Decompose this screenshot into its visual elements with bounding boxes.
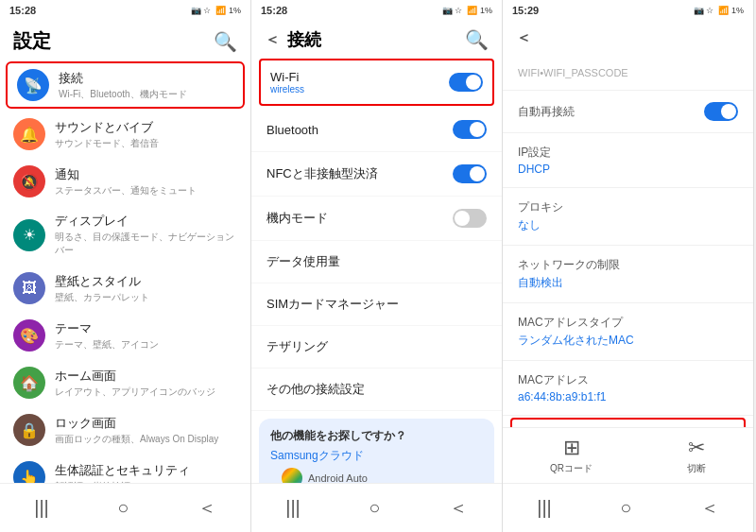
toggle-airplane[interactable] xyxy=(453,209,487,228)
nav-menu-3[interactable]: ||| xyxy=(522,493,567,523)
connections-back-btn[interactable]: ＜ xyxy=(265,30,280,50)
settings-item-homescreen[interactable]: 🏠ホーム画面レイアウト、アプリアイコンのバッジ xyxy=(0,359,250,406)
settings-title-lockscreen: ロック画面 xyxy=(55,415,218,432)
settings-sub-notifications: ステータスバー、通知をミュート xyxy=(55,184,197,197)
detail-item-netlimit[interactable]: ネットワークの制限自動検出 xyxy=(503,246,753,303)
nav-bar-1: ||| ○ ＜ xyxy=(0,483,250,532)
settings-title-notifications: 通知 xyxy=(55,166,197,183)
settings-sub-wallpaper: 壁紙、カラーパレット xyxy=(55,291,149,304)
settings-sub-display: 明るさ、目の保護モード、ナビゲーションバー xyxy=(55,231,237,257)
nav-menu-1[interactable]: ||| xyxy=(19,493,64,523)
nav-back-2[interactable]: ＜ xyxy=(434,491,483,524)
settings-sub-themes: テーマ、壁紙、アイコン xyxy=(55,338,159,352)
settings-header: 設定 🔍 xyxy=(0,21,250,60)
settings-sub-connections: Wi-Fi、Bluetooth、機内モード xyxy=(59,88,187,101)
settings-title-themes: テーマ xyxy=(55,320,159,337)
settings-item-display[interactable]: ☀ディスプレイ明るさ、目の保護モード、ナビゲーションバー xyxy=(0,205,250,265)
detail-label-netlimit: ネットワークの制限 xyxy=(518,257,738,273)
detail-label-mactype: MACアドレスタイプ xyxy=(518,315,738,331)
android-auto: Android Auto xyxy=(270,464,483,483)
android-auto-label: Android Auto xyxy=(308,472,368,483)
detail-item-mactype[interactable]: MACアドレスタイプランダム化されたMAC xyxy=(503,303,753,361)
settings-menu-list: 📡接続Wi-Fi、Bluetooth、機内モード🔔サウンドとバイブサウンドモード… xyxy=(0,60,250,483)
nav-menu-2[interactable]: ||| xyxy=(270,493,316,523)
conn-item-sim[interactable]: SIMカードマネージャー xyxy=(251,283,502,326)
detail-value-proxy: なし xyxy=(518,217,738,233)
settings-item-sound[interactable]: 🔔サウンドとバイブサウンドモード、着信音 xyxy=(0,111,250,158)
conn-label-airplane: 機内モード xyxy=(266,210,328,227)
connections-title: 接続 xyxy=(287,28,465,51)
panel-connections: 15:28 📷 ☆ 📶 1% ＜ 接続 🔍 Wi-FiwirelessBluet… xyxy=(251,0,503,532)
connections-search-icon[interactable]: 🔍 xyxy=(465,28,489,51)
status-icons-3: 📷 ☆ 📶 1% xyxy=(694,6,744,15)
nav-home-2[interactable]: ○ xyxy=(353,493,395,523)
settings-sub-lockscreen: 画面ロックの種類、Always On Display xyxy=(55,433,218,446)
conn-item-data[interactable]: データ使用量 xyxy=(251,241,502,283)
conn-sub-wifi: wireless xyxy=(270,84,304,94)
connections-menu-list: Wi-FiwirelessBluetoothNFCと非接触型決済機内モードデータ… xyxy=(251,57,502,483)
settings-item-wallpaper[interactable]: 🖼壁紙とスタイル壁紙、カラーパレット xyxy=(0,265,250,312)
settings-item-lockscreen[interactable]: 🔒ロック画面画面ロックの種類、Always On Display xyxy=(0,406,250,454)
conn-label-bluetooth: Bluetooth xyxy=(266,123,318,137)
detail-value-ip: DHCP xyxy=(518,163,738,176)
wifi-detail-back-btn[interactable]: ＜ xyxy=(516,28,531,48)
toggle-autoreconnect[interactable] xyxy=(704,102,738,121)
toggle-nfc[interactable] xyxy=(453,164,487,183)
detail-autoreconnect[interactable]: 自動再接続 xyxy=(503,91,753,133)
conn-label-tether: テザリング xyxy=(266,338,328,355)
settings-sub-biometrics: 顔認証、指紋検証 xyxy=(55,480,190,484)
detail-autoreconnect-label: 自動再接続 xyxy=(518,104,575,120)
detail-value-netlimit: 自動検出 xyxy=(518,275,738,291)
suggestion-link[interactable]: Samsungクラウド xyxy=(270,448,483,464)
time-3: 15:29 xyxy=(512,5,539,16)
detail-item-mac[interactable]: MACアドレスa6:44:8b:a9:b1:f1 xyxy=(503,361,753,416)
settings-sub-homescreen: レイアウト、アプリアイコンのバッジ xyxy=(55,386,215,399)
detail-item-ip[interactable]: IP設定DHCP xyxy=(503,133,753,188)
time-1: 15:28 xyxy=(9,5,36,16)
nav-back-1[interactable]: ＜ xyxy=(182,491,232,524)
conn-item-tether[interactable]: テザリング xyxy=(251,326,502,369)
detail-item-ip_addr[interactable]: IPアドレス██████████ xyxy=(510,418,746,427)
status-bar-2: 15:28 📷 ☆ 📶 1% xyxy=(251,0,502,21)
conn-item-other[interactable]: その他の接続設定 xyxy=(251,369,502,411)
toggle-wifi[interactable] xyxy=(449,73,483,92)
conn-item-airplane[interactable]: 機内モード xyxy=(251,197,502,241)
suggestion-title: 他の機能をお探しですか？ xyxy=(270,428,483,444)
settings-item-themes[interactable]: 🎨テーマテーマ、壁紙、アイコン xyxy=(0,312,250,359)
panel-wifi-detail: 15:29 📷 ☆ 📶 1% ＜ WIFI•WIFI_PASSCODE 自動再接… xyxy=(503,0,754,532)
settings-item-notifications[interactable]: 🔕通知ステータスバー、通知をミュート xyxy=(0,158,250,205)
toggle-bluetooth[interactable] xyxy=(453,120,487,139)
nav-bar-2: ||| ○ ＜ xyxy=(251,483,502,532)
conn-label-sim: SIMカードマネージャー xyxy=(266,296,399,313)
settings-search-icon[interactable]: 🔍 xyxy=(214,30,237,53)
settings-icon-display: ☀ xyxy=(13,219,45,251)
bottom-icon-cut[interactable]: ✂ 切断 xyxy=(687,436,706,475)
cut-icon: ✂ xyxy=(688,436,705,460)
nav-home-3[interactable]: ○ xyxy=(605,493,646,523)
settings-icon-lockscreen: 🔒 xyxy=(13,414,45,446)
settings-item-biometrics[interactable]: 👆生体認証とセキュリティ顔認証、指紋検証 xyxy=(0,454,250,483)
settings-icon-connections: 📡 xyxy=(17,69,49,101)
detail-ssid-hidden: WIFI•WIFI_PASSCODE xyxy=(518,67,738,78)
status-icons-2: 📷 ☆ 📶 1% xyxy=(442,6,492,15)
bottom-icon-qrcode[interactable]: ⊞ QRコード xyxy=(550,436,593,475)
settings-icon-biometrics: 👆 xyxy=(13,461,45,483)
conn-item-nfc[interactable]: NFCと非接触型決済 xyxy=(251,152,502,197)
android-icon xyxy=(282,468,302,483)
conn-label-nfc: NFCと非接触型決済 xyxy=(266,165,378,182)
status-bar-3: 15:29 📷 ☆ 📶 1% xyxy=(503,0,753,21)
detail-item-proxy[interactable]: プロキシなし xyxy=(503,188,753,246)
settings-title-connections: 接続 xyxy=(59,70,187,87)
detail-label-ip: IP設定 xyxy=(518,145,738,161)
wifi-bottom-icons: ⊞ QRコード ✂ 切断 xyxy=(503,427,753,483)
detail-label-proxy: プロキシ xyxy=(518,199,738,215)
nav-back-3[interactable]: ＜ xyxy=(685,491,734,524)
detail-label-mac: MACアドレス xyxy=(518,372,738,388)
settings-item-connections[interactable]: 📡接続Wi-Fi、Bluetooth、機内モード xyxy=(6,61,245,109)
conn-label-other: その他の接続設定 xyxy=(266,381,365,398)
cut-label: 切断 xyxy=(687,462,706,475)
status-bar-1: 15:28 📷 ☆ 📶 1% xyxy=(0,0,250,21)
conn-item-bluetooth[interactable]: Bluetooth xyxy=(251,108,502,152)
conn-item-wifi[interactable]: Wi-Fiwireless xyxy=(259,59,494,106)
nav-home-1[interactable]: ○ xyxy=(102,493,144,523)
